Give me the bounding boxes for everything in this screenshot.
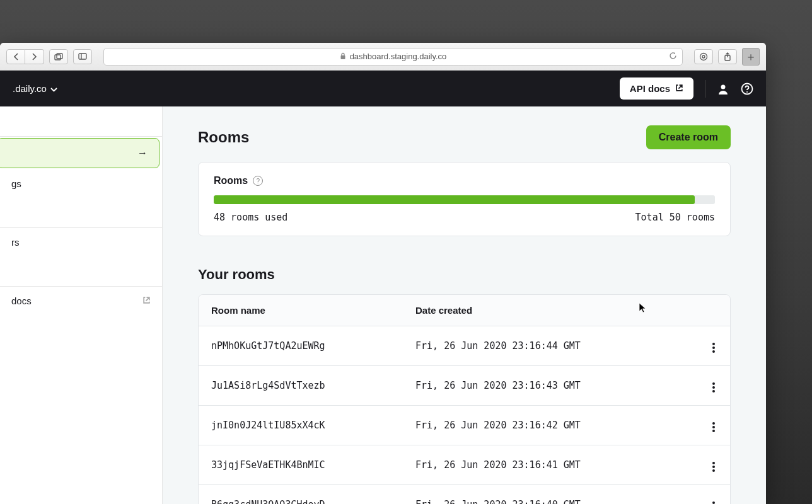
your-rooms-title: Your rooms bbox=[198, 266, 731, 283]
main-content: Rooms Create room Rooms ? 48 rooms used … bbox=[163, 106, 766, 504]
sidebar-item-0[interactable] bbox=[0, 106, 162, 136]
app-body: → gs rs docs bbox=[0, 106, 766, 504]
lock-icon bbox=[340, 52, 346, 61]
extension-button[interactable] bbox=[694, 49, 713, 64]
page-title: Rooms bbox=[198, 129, 249, 146]
sidebar-item-5[interactable] bbox=[0, 256, 162, 286]
share-button[interactable] bbox=[718, 49, 737, 64]
sidebar-toggle-button[interactable] bbox=[73, 49, 92, 64]
room-name-cell: 33jqjFSeVaETHK4BnMIC bbox=[211, 459, 415, 471]
table-row[interactable]: B6qg3cdNU3OAQ3GHdoyDFri, 26 Jun 2020 23:… bbox=[199, 485, 730, 504]
room-date-cell: Fri, 26 Jun 2020 23:16:43 GMT bbox=[415, 380, 699, 391]
chevron-down-icon bbox=[50, 83, 57, 94]
room-name-cell: jnI0n0J24ltIU85xX4cK bbox=[211, 420, 415, 431]
room-date-cell: Fri, 26 Jun 2020 23:16:44 GMT bbox=[415, 340, 699, 352]
room-name-cell: B6qg3cdNU3OAQ3GHdoyD bbox=[211, 499, 415, 504]
sidebar-item-label: docs bbox=[11, 295, 32, 306]
room-date-cell: Fri, 26 Jun 2020 23:16:42 GMT bbox=[415, 420, 699, 431]
table-row[interactable]: nPMhOKuGtJ7tQA2uEWRgFri, 26 Jun 2020 23:… bbox=[199, 326, 730, 366]
room-date-cell: Fri, 26 Jun 2020 23:16:40 GMT bbox=[415, 499, 699, 504]
header-divider bbox=[705, 80, 705, 98]
rooms-usage-card: Rooms ? 48 rooms used Total 50 rooms bbox=[198, 162, 731, 236]
user-icon[interactable] bbox=[717, 83, 729, 95]
svg-rect-1 bbox=[57, 54, 62, 59]
room-name-cell: Ju1ASi8rLg4SdVtTxezb bbox=[211, 380, 415, 391]
svg-rect-2 bbox=[79, 54, 86, 59]
sidebar-item-docs[interactable]: docs bbox=[0, 287, 162, 315]
svg-point-8 bbox=[721, 84, 726, 89]
back-button[interactable] bbox=[6, 49, 25, 64]
rooms-table: Room name Date created nPMhOKuGtJ7tQA2uE… bbox=[198, 294, 731, 504]
svg-point-6 bbox=[702, 55, 705, 58]
external-link-icon bbox=[675, 83, 683, 94]
table-row[interactable]: jnI0n0J24ltIU85xX4cKFri, 26 Jun 2020 23:… bbox=[199, 406, 730, 445]
progress-bar bbox=[214, 195, 715, 204]
row-menu-button[interactable] bbox=[710, 340, 717, 355]
domain-label: .daily.co bbox=[13, 83, 47, 94]
row-menu-button[interactable] bbox=[710, 499, 717, 504]
rooms-used-text: 48 rooms used bbox=[214, 212, 287, 223]
progress-fill bbox=[214, 195, 695, 204]
table-row[interactable]: 33jqjFSeVaETHK4BnMICFri, 26 Jun 2020 23:… bbox=[199, 445, 730, 485]
usage-label: Rooms bbox=[214, 175, 248, 186]
arrow-right-icon: → bbox=[137, 147, 148, 159]
sidebar: → gs rs docs bbox=[0, 106, 163, 504]
help-tooltip-icon[interactable]: ? bbox=[253, 176, 263, 186]
room-name-cell: nPMhOKuGtJ7tQA2uEWRg bbox=[211, 340, 415, 352]
help-icon[interactable] bbox=[741, 83, 753, 95]
sidebar-item-label: rs bbox=[11, 237, 20, 248]
col-header-name: Room name bbox=[211, 305, 415, 316]
external-link-icon bbox=[142, 295, 151, 306]
sidebar-item-rooms[interactable]: → bbox=[0, 138, 160, 168]
page-header: Rooms Create room bbox=[198, 125, 731, 149]
api-docs-button[interactable]: API docs bbox=[620, 77, 693, 100]
all-tabs-button[interactable] bbox=[49, 49, 68, 64]
svg-rect-0 bbox=[55, 55, 61, 60]
table-header: Room name Date created bbox=[199, 295, 730, 326]
row-menu-button[interactable] bbox=[710, 420, 717, 435]
app-header: .daily.co API docs bbox=[0, 71, 766, 106]
new-tab-button[interactable]: ＋ bbox=[742, 48, 760, 66]
svg-rect-4 bbox=[340, 55, 345, 59]
sidebar-item-2[interactable]: gs bbox=[0, 169, 162, 198]
table-row[interactable]: Ju1ASi8rLg4SdVtTxezbFri, 26 Jun 2020 23:… bbox=[199, 366, 730, 406]
sidebar-item-label: gs bbox=[11, 178, 21, 189]
create-room-button[interactable]: Create room bbox=[646, 125, 731, 149]
url-bar[interactable]: dashboard.staging.daily.co bbox=[103, 48, 683, 66]
col-header-date: Date created bbox=[415, 305, 699, 316]
url-text: dashboard.staging.daily.co bbox=[350, 52, 447, 61]
api-docs-label: API docs bbox=[630, 83, 670, 94]
row-menu-button[interactable] bbox=[710, 459, 717, 474]
row-menu-button[interactable] bbox=[710, 380, 717, 395]
browser-toolbar: dashboard.staging.daily.co ＋ bbox=[0, 43, 766, 71]
svg-point-5 bbox=[700, 53, 707, 60]
forward-button[interactable] bbox=[25, 49, 44, 64]
reload-icon[interactable] bbox=[669, 52, 677, 62]
room-date-cell: Fri, 26 Jun 2020 23:16:41 GMT bbox=[415, 459, 699, 471]
browser-window: dashboard.staging.daily.co ＋ .daily.co A… bbox=[0, 43, 766, 504]
sidebar-item-3[interactable] bbox=[0, 198, 162, 227]
svg-point-10 bbox=[746, 91, 748, 93]
sidebar-item-4[interactable]: rs bbox=[0, 228, 162, 256]
domain-dropdown[interactable]: .daily.co bbox=[13, 83, 57, 94]
rooms-total-text: Total 50 rooms bbox=[635, 212, 715, 223]
